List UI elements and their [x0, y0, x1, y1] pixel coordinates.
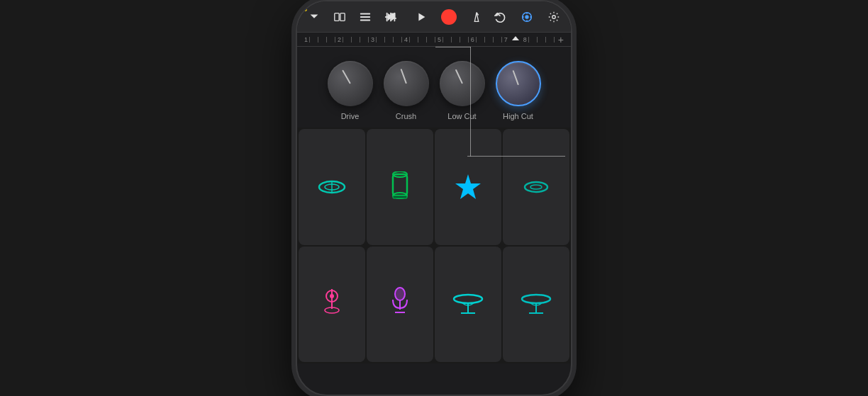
knob-lowcut-container: Low Cut [440, 61, 485, 120]
hihat-small-icon [523, 179, 549, 195]
pad-cymbal2[interactable] [503, 247, 569, 363]
ruler-mark-7: 7 [504, 36, 508, 43]
knob-highcut-container: High Cut [496, 61, 541, 120]
rewind-button[interactable] [382, 7, 401, 27]
ruler-mark-3: 3 [371, 36, 374, 43]
pad-hihat-small[interactable] [503, 129, 569, 245]
annotation-line-horizontal-top [435, 47, 471, 47]
svg-rect-2 [360, 13, 370, 14]
ruler-mark-2: 2 [338, 36, 341, 43]
main-content: 1 2 3 4 5 6 7 8 [297, 1, 571, 363]
burst-icon [454, 173, 482, 201]
record-button[interactable] [441, 9, 457, 25]
svg-rect-1 [340, 13, 345, 21]
svg-point-32 [330, 294, 334, 298]
play-button[interactable] [411, 7, 431, 27]
lowcut-label: Low Cut [447, 112, 476, 120]
hihat-closed-icon [318, 177, 346, 197]
pad-drum-green[interactable] [367, 129, 433, 245]
pad-hihat-closed[interactable] [299, 129, 365, 245]
svg-rect-4 [360, 19, 370, 21]
cymbal-icon [452, 292, 484, 316]
lowcut-knob[interactable] [440, 61, 485, 106]
drum-green-icon [389, 171, 411, 203]
metronome-button[interactable] [467, 7, 486, 27]
lowcut-knob-indicator [455, 69, 462, 84]
pad-target[interactable] [299, 247, 365, 363]
pad-burst[interactable] [435, 129, 501, 245]
svg-rect-3 [360, 16, 370, 18]
content-area: Drive Crush Low Cut [297, 47, 571, 363]
crush-knob[interactable] [384, 61, 429, 106]
drive-knob-indicator [342, 69, 351, 84]
ruler-mark-6: 6 [471, 36, 474, 43]
svg-point-18 [552, 15, 556, 18]
knob-crush-container: Crush [384, 61, 429, 120]
svg-marker-27 [455, 174, 481, 199]
timeline-ruler: 1 2 3 4 5 6 7 8 [297, 33, 571, 47]
crush-knob-indicator [400, 69, 406, 84]
cymbal2-icon [521, 292, 552, 316]
svg-rect-0 [335, 13, 339, 21]
svg-point-38 [454, 295, 482, 303]
ruler-content: 1 2 3 4 5 6 7 8 [304, 34, 564, 45]
svg-marker-19 [512, 36, 519, 40]
highcut-label: High Cut [503, 112, 533, 120]
svg-point-41 [522, 295, 550, 303]
ruler-add-button[interactable]: + [558, 34, 564, 45]
split-view-button[interactable] [330, 7, 350, 27]
knob-drive-container: Drive [328, 61, 373, 120]
knobs-section: Drive Crush Low Cut [297, 47, 571, 128]
svg-point-13 [525, 15, 528, 18]
dropdown-button[interactable] [304, 7, 324, 27]
toolbar-right [490, 7, 564, 27]
yellow-dot [303, 7, 307, 11]
annotation-line-horizontal-right [467, 156, 565, 157]
svg-rect-26 [393, 196, 407, 198]
settings-button[interactable] [544, 7, 564, 27]
annotation-line-vertical [470, 47, 471, 157]
highcut-knob[interactable] [496, 61, 541, 106]
mic-icon [389, 287, 411, 321]
svg-point-29 [530, 185, 542, 189]
pads-grid [297, 128, 571, 363]
drive-label: Drive [341, 112, 360, 120]
list-view-button[interactable] [355, 7, 375, 27]
ruler-mark-5: 5 [438, 36, 441, 43]
crush-label: Crush [396, 112, 416, 120]
ruler-mark-8: 8 [523, 36, 527, 43]
plugin-button[interactable] [517, 7, 537, 27]
phone-frame: 1 2 3 4 5 6 7 8 [296, 0, 572, 396]
toolbar [297, 1, 571, 33]
pad-mic[interactable] [367, 247, 433, 363]
highcut-knob-indicator [512, 70, 518, 85]
ruler-mark-4: 4 [404, 36, 408, 43]
undo-button[interactable] [490, 7, 510, 27]
pad-cymbal[interactable] [435, 247, 501, 363]
transport-controls [382, 7, 486, 27]
target-icon [318, 288, 345, 320]
svg-point-28 [525, 182, 547, 192]
drive-knob[interactable] [328, 61, 373, 106]
ruler-mark-1: 1 [304, 36, 308, 43]
